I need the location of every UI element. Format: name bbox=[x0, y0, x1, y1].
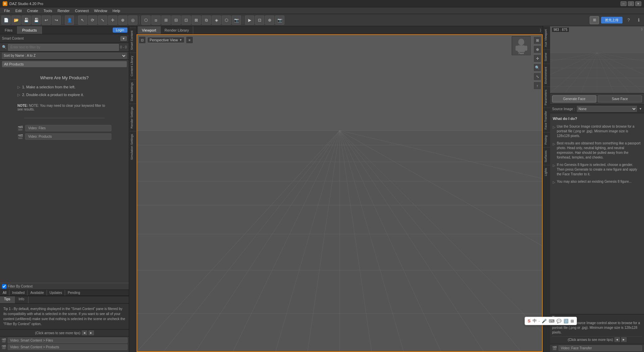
video-files-button[interactable]: Video: Files bbox=[25, 125, 111, 131]
vp-tab-viewport[interactable]: Viewport bbox=[138, 26, 161, 34]
toolbar-pose4[interactable]: ⊟ bbox=[171, 15, 181, 25]
toolbar-morph[interactable]: ◈ bbox=[212, 15, 221, 25]
vp-ctrl-zoom-in[interactable]: 🔍 bbox=[533, 63, 541, 72]
toolbar-redo[interactable]: ↪ bbox=[52, 15, 61, 25]
toolbar-extra-icon[interactable]: ⊞ bbox=[590, 16, 599, 24]
menu-edit[interactable]: Edit bbox=[13, 8, 24, 13]
menu-window[interactable]: Window bbox=[91, 8, 110, 13]
vp-tab-render-library[interactable]: Render Library bbox=[161, 26, 194, 34]
toolbar-viewport-settings[interactable]: ⊕ bbox=[265, 15, 274, 25]
filter-context-checkbox[interactable] bbox=[2, 284, 6, 289]
aux-expand-icon[interactable]: ⟩ bbox=[641, 28, 643, 31]
tab-files[interactable]: Files bbox=[0, 26, 17, 34]
toolbar-universal[interactable]: ⊕ bbox=[118, 15, 127, 25]
tab-pending[interactable]: Pending bbox=[65, 290, 83, 296]
toolbar-camera[interactable]: 📷 bbox=[232, 15, 241, 25]
close-button[interactable]: ✕ bbox=[635, 1, 641, 6]
right-tips-prev[interactable]: ◄ bbox=[614, 337, 620, 342]
rvtab-parameters[interactable]: Parameters bbox=[543, 87, 550, 108]
vtab-render-settings[interactable]: Render Settings bbox=[129, 104, 136, 131]
toolbar-render-icon[interactable]: ▶ bbox=[245, 15, 254, 25]
toolbar-info-icon[interactable]: ℹ bbox=[635, 16, 643, 24]
menu-render[interactable]: Render bbox=[55, 8, 72, 13]
menu-create[interactable]: Create bbox=[24, 8, 41, 13]
toolbar-help-icon[interactable]: ? bbox=[625, 16, 633, 24]
tips-prev-button[interactable]: ◄ bbox=[82, 331, 87, 335]
toolbar-translate[interactable]: ✛ bbox=[108, 15, 117, 25]
vp-ctrl-orbit[interactable]: ⊕ bbox=[533, 45, 541, 53]
toolbar-pose2[interactable]: ⧈ bbox=[151, 15, 161, 25]
tab-available[interactable]: Available bbox=[28, 290, 47, 296]
ime-icon3[interactable]: 🔢 bbox=[564, 319, 569, 323]
menu-file[interactable]: File bbox=[1, 8, 13, 13]
ime-keyboard[interactable]: ⌨ bbox=[549, 319, 554, 323]
tab-products[interactable]: Products bbox=[17, 26, 42, 34]
tips-tab-tips[interactable]: Tips bbox=[0, 296, 15, 303]
vp-ctrl-pan[interactable]: ✛ bbox=[533, 54, 541, 62]
vtab-simulation-settings[interactable]: Simulation Settings bbox=[129, 131, 136, 163]
toolbar-save[interactable]: 💾 bbox=[32, 15, 41, 25]
upgrade-button[interactable]: 抢先上传 bbox=[601, 17, 623, 24]
toolbar-scale[interactable]: ⤡ bbox=[98, 15, 107, 25]
rvtab-aux-viewport[interactable]: Aux Viewport bbox=[543, 26, 550, 50]
toolbar-pose3[interactable]: ⊞ bbox=[161, 15, 171, 25]
rvtab-posing[interactable]: Posing bbox=[543, 132, 550, 147]
rvtab-environment[interactable]: Environment bbox=[543, 64, 550, 87]
sort-select[interactable]: Sort by Name : A to Z bbox=[2, 53, 127, 59]
perspective-dropdown-icon[interactable]: ▼ bbox=[179, 38, 182, 42]
viewport-canvas[interactable]: ⊡ Perspective View ▼ ≡ Face bbox=[137, 34, 543, 352]
perspective-view-icon[interactable]: ⊡ bbox=[139, 36, 146, 44]
bottom-video-smart-products[interactable]: Video: Smart Content > Products bbox=[8, 344, 127, 350]
rvtab-lights[interactable]: Lights bbox=[543, 165, 550, 179]
tips-next-button[interactable]: ► bbox=[89, 331, 94, 335]
vtab-draw-settings[interactable]: Draw Settings bbox=[129, 79, 136, 104]
menu-connect[interactable]: Connect bbox=[72, 8, 92, 13]
toolbar-undo[interactable]: ↩ bbox=[42, 15, 51, 25]
ime-icon4[interactable]: ⊞ bbox=[571, 319, 574, 323]
vp-ctrl-toggle[interactable]: ↑ bbox=[533, 82, 541, 90]
vtab-content-library[interactable]: Content Library bbox=[129, 53, 136, 79]
toolbar-select[interactable]: ↖ bbox=[78, 15, 87, 25]
vtab-smart-content[interactable]: Smart Content bbox=[129, 28, 136, 53]
toolbar-open[interactable]: 📂 bbox=[11, 15, 21, 25]
rvtab-scene[interactable]: Scene bbox=[543, 50, 550, 64]
tips-tab-info[interactable]: Info bbox=[15, 296, 29, 303]
perspective-view-label-container[interactable]: Perspective View ▼ bbox=[147, 37, 184, 43]
tab-updates[interactable]: Updates bbox=[47, 290, 65, 296]
minimize-button[interactable]: ─ bbox=[621, 1, 627, 6]
menu-help[interactable]: Help bbox=[110, 8, 123, 13]
toolbar-geo[interactable]: ⬡ bbox=[222, 15, 231, 25]
category-all-products[interactable]: All Products bbox=[2, 61, 127, 67]
right-video-face-transfer[interactable]: Video: Face Transfer bbox=[558, 345, 642, 351]
toolbar-joint[interactable]: ⊡ bbox=[181, 15, 191, 25]
login-button[interactable]: Login bbox=[113, 28, 127, 33]
vp-expand-icon[interactable]: ⟩ bbox=[540, 28, 541, 33]
toolbar-camera2[interactable]: 📷 bbox=[275, 15, 284, 25]
menu-tools[interactable]: Tools bbox=[41, 8, 55, 13]
bottom-video-smart-files[interactable]: Video: Smart Content > Files bbox=[8, 338, 127, 343]
toolbar-pose[interactable]: ⬡ bbox=[141, 15, 151, 25]
toolbar-save-small[interactable]: 💾 bbox=[21, 15, 31, 25]
source-image-select[interactable]: None bbox=[577, 106, 637, 112]
toolbar-weight[interactable]: ⧉ bbox=[202, 15, 211, 25]
ime-mic[interactable]: 🎤 bbox=[542, 319, 547, 323]
toolbar-rotate[interactable]: ⟳ bbox=[88, 15, 97, 25]
maximize-button[interactable]: □ bbox=[628, 1, 634, 6]
search-input[interactable] bbox=[8, 44, 119, 51]
perspective-menu-icon[interactable]: ≡ bbox=[186, 36, 193, 44]
tab-all[interactable]: All bbox=[0, 290, 9, 296]
rvtab-surfaces[interactable]: Surfaces bbox=[543, 147, 550, 165]
toolbar-new[interactable]: 📄 bbox=[1, 15, 11, 25]
toolbar-joint2[interactable]: ⊠ bbox=[192, 15, 201, 25]
video-products-button[interactable]: Video: Products bbox=[25, 133, 111, 140]
vp-ctrl-fit[interactable]: ⤡ bbox=[533, 73, 541, 81]
right-tips-next[interactable]: ► bbox=[621, 337, 627, 342]
tab-installed[interactable]: Installed bbox=[9, 290, 28, 296]
rvtab-face-transfer[interactable]: Face Transfer bbox=[543, 108, 550, 132]
save-face-button[interactable]: Save Face bbox=[598, 95, 642, 102]
generate-face-button[interactable]: Generate Face bbox=[552, 95, 596, 102]
ime-icon2[interactable]: 💬 bbox=[556, 319, 561, 323]
toolbar-render2[interactable]: ⊡ bbox=[255, 15, 264, 25]
vp-ctrl-perspective[interactable]: ⊞ bbox=[533, 36, 541, 44]
smart-content-options[interactable]: ▼ bbox=[120, 36, 127, 41]
